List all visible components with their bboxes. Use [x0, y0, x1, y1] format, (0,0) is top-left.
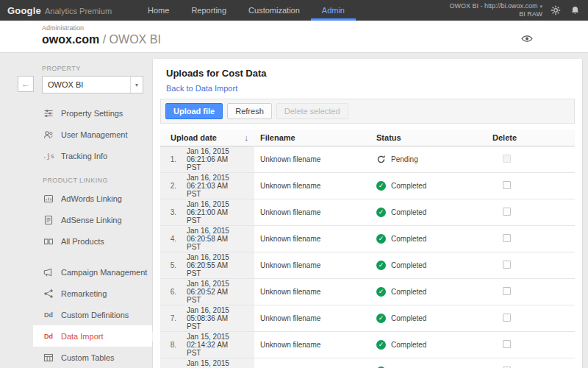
upload-date: Jan 15, 2015 02:14:32 AM	[187, 333, 229, 349]
page-title: owox.com / OWOX BI	[42, 33, 588, 46]
column-filename[interactable]: Filename	[254, 130, 370, 146]
sidebar-item-adwords-linking[interactable]: AdWords Linking	[33, 188, 152, 209]
sidebar-item-adsense-linking[interactable]: AdSense Linking	[33, 209, 152, 230]
upload-date: Jan 16, 2015 06:21:00 AM	[187, 200, 229, 216]
sidebar-item-custom-tables[interactable]: Custom Tables	[33, 347, 152, 368]
sidebar-item-label: Data Import	[61, 332, 103, 341]
upload-date-cell: Jan 15, 2015 02:14:32 AM PST	[181, 332, 254, 358]
gear-icon[interactable]	[550, 4, 562, 16]
uploads-table: ↓ Upload date Filename Status Delete 1. …	[160, 130, 575, 368]
definitions-icon: Dd	[43, 311, 54, 319]
sidebar-item-custom-definitions[interactable]: Dd Custom Definitions	[33, 304, 152, 325]
delete-checkbox[interactable]	[503, 208, 511, 216]
completed-check-icon: ✓	[376, 181, 386, 191]
nav-home[interactable]: Home	[137, 0, 180, 21]
adsense-icon	[43, 215, 54, 225]
delete-cell	[484, 252, 575, 279]
upload-date-cell: Jan 16, 2015 06:21:03 AM PST	[181, 173, 254, 199]
sidebar-item-campaign-management[interactable]: Campaign Management	[33, 261, 152, 283]
campaign-icon	[43, 267, 54, 277]
filename-cell: Unknown filename	[254, 173, 370, 199]
row-index: 9.	[160, 358, 181, 368]
sidebar-item-label: Campaign Management	[61, 268, 147, 277]
filename-cell: Unknown filename	[254, 252, 370, 279]
filename-cell: Unknown filename	[254, 332, 370, 358]
upload-timezone: PST	[187, 216, 248, 224]
delete-checkbox[interactable]	[503, 181, 511, 189]
upload-date: Jan 15, 2015 07:33:31 AM	[187, 359, 229, 368]
delete-cell	[484, 305, 575, 332]
upload-date-cell: Jan 15, 2015 07:33:31 AM PST	[181, 358, 254, 368]
table-row: 2. Jan 16, 2015 06:21:03 AM PST Unknown …	[160, 173, 575, 199]
status-label: Completed	[391, 235, 426, 243]
visibility-eye-icon[interactable]	[520, 34, 534, 43]
account-view: BI RAW	[449, 10, 542, 18]
sidebar-item-label: Custom Definitions	[61, 311, 129, 319]
bell-icon[interactable]	[569, 4, 581, 16]
row-index: 3.	[160, 199, 181, 226]
row-index: 2.	[160, 173, 181, 199]
sidebar-item-user-management[interactable]: User Management	[33, 124, 152, 145]
content-area: ← PROPERTY OWOX BI ▾ Property Settings U…	[0, 53, 588, 368]
nav-customization[interactable]: Customization	[237, 0, 311, 21]
table-row: 9. Jan 15, 2015 07:33:31 AM PST Unknown …	[160, 358, 575, 368]
sidebar-item-remarketing[interactable]: Remarketing	[33, 283, 152, 304]
topbar: Google Analytics Premium Home Reporting …	[0, 0, 588, 21]
collapse-sidebar-button[interactable]: ←	[18, 76, 34, 92]
nav-admin[interactable]: Admin	[311, 0, 356, 21]
delete-checkbox[interactable]	[503, 287, 511, 295]
delete-checkbox[interactable]	[503, 261, 511, 269]
sidebar-item-label: User Management	[61, 130, 128, 139]
delete-checkbox[interactable]	[503, 314, 511, 322]
status-label: Completed	[391, 314, 426, 322]
delete-checkbox[interactable]	[503, 340, 511, 348]
sidebar-item-property-settings[interactable]: Property Settings	[33, 102, 152, 124]
status-cell: ✓ Completed	[370, 305, 484, 332]
filename: Unknown filename	[260, 341, 320, 349]
row-index: 5.	[160, 252, 181, 279]
upload-date: Jan 16, 2015 05:08:36 AM	[187, 306, 229, 322]
js-icon: .js	[43, 152, 54, 160]
filename-cell: Unknown filename	[254, 226, 370, 252]
brand-name: Google	[7, 5, 41, 16]
upload-date: Jan 16, 2015 06:21:03 AM	[187, 174, 229, 190]
table-row: 1. Jan 16, 2015 06:21:06 AM PST Unknown …	[160, 146, 575, 173]
filename-cell: Unknown filename	[254, 305, 370, 332]
section-eyebrow: Administration	[42, 24, 588, 32]
chevron-down-icon: ▾	[539, 4, 542, 9]
sidebar-item-all-products[interactable]: All Products	[33, 230, 152, 252]
brand-logo: Google Analytics Premium	[7, 5, 112, 16]
delete-cell	[484, 226, 575, 252]
column-status[interactable]: Status	[370, 130, 484, 146]
sidebar-item-data-import[interactable]: Dd Data Import	[33, 325, 152, 347]
delete-checkbox[interactable]	[503, 234, 511, 242]
delete-checkbox[interactable]	[503, 155, 511, 163]
delete-cell	[484, 146, 575, 173]
upload-date-cell: Jan 16, 2015 06:20:52 AM PST	[181, 279, 254, 305]
admin-header: Administration owox.com / OWOX BI	[0, 21, 588, 53]
filename-cell: Unknown filename	[254, 358, 370, 368]
admin-sidebar: PROPERTY OWOX BI ▾ Property Settings Use…	[33, 59, 152, 368]
upload-date-cell: Jan 16, 2015 06:21:06 AM PST	[181, 146, 254, 173]
sidebar-item-label: Property Settings	[61, 109, 123, 118]
sidebar-item-tracking-info[interactable]: .js Tracking Info	[33, 145, 152, 166]
upload-timezone: PST	[187, 349, 248, 357]
table-row: 8. Jan 15, 2015 02:14:32 AM PST Unknown …	[160, 332, 575, 358]
filename-cell: Unknown filename	[254, 146, 370, 173]
refresh-button[interactable]: Refresh	[227, 103, 272, 119]
completed-check-icon: ✓	[376, 314, 386, 323]
property-section-label: PROPERTY	[42, 65, 152, 72]
completed-check-icon: ✓	[376, 208, 386, 217]
upload-file-button[interactable]: Upload file	[165, 103, 223, 119]
upload-date-cell: Jan 16, 2015 05:08:36 AM PST	[181, 305, 254, 332]
delete-selected-button: Delete selected	[276, 103, 348, 119]
delete-cell	[484, 279, 575, 305]
sidebar-item-label: All Products	[61, 237, 104, 246]
property-selected-value: OWOX BI	[48, 80, 83, 89]
back-to-data-import-link[interactable]: Back to Data Import	[166, 84, 237, 93]
status-label: Completed	[391, 208, 426, 216]
column-upload-date[interactable]: ↓ Upload date	[160, 130, 254, 146]
account-selector[interactable]: OWOX BI - http://bi.owox.com▾ BI RAW	[449, 2, 542, 18]
property-selector[interactable]: OWOX BI ▾	[42, 76, 143, 93]
nav-reporting[interactable]: Reporting	[180, 0, 237, 21]
